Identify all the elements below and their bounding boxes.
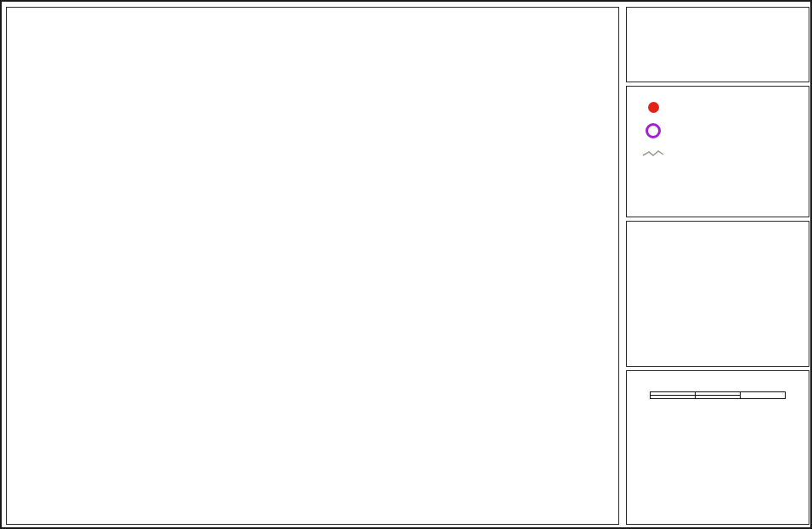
historic-population-ring-icon	[646, 123, 661, 138]
map-document	[0, 0, 812, 529]
inset-map-svg	[627, 222, 809, 366]
county-boundary-line-icon	[642, 149, 664, 159]
projection-scale-panel	[626, 370, 809, 525]
legend-item-county	[642, 149, 800, 159]
legend-item-existing	[642, 102, 800, 113]
main-map-svg	[7, 8, 618, 524]
existing-population-dot-icon	[648, 102, 659, 113]
main-map-panel	[6, 7, 619, 525]
scale-bar	[650, 381, 786, 407]
title-panel	[626, 7, 809, 82]
legend-panel	[626, 86, 809, 217]
inset-map-panel	[626, 221, 809, 367]
legend-item-historic	[642, 123, 800, 138]
